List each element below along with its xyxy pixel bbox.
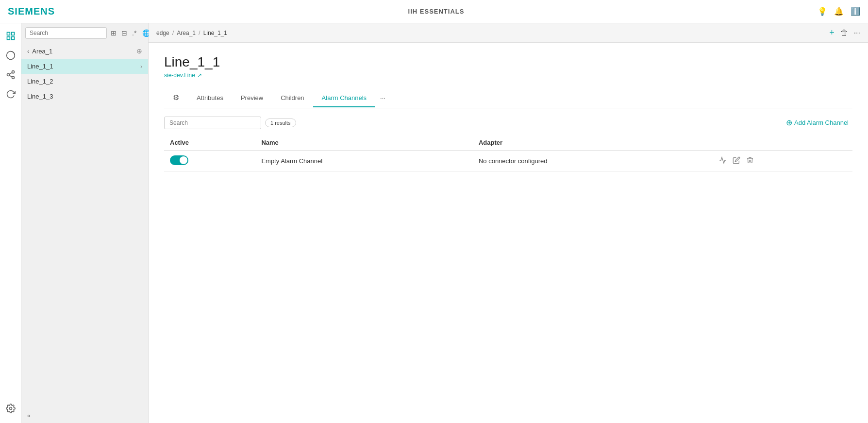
tab-attributes-label: Attributes — [197, 94, 223, 102]
edit-icon[interactable] — [733, 156, 740, 166]
chevron-right-icon: › — [140, 63, 142, 70]
sidebar-item-area1[interactable]: ‹ Area_1 ⊕ — [21, 43, 148, 59]
nav-share-icon[interactable] — [2, 66, 19, 84]
sidebar-parent-label: Area_1 — [32, 48, 134, 55]
external-link-icon: ↗ — [197, 72, 202, 79]
svg-point-7 — [12, 76, 14, 79]
sidebar-search-icons: ⊞ ⊟ .* — [109, 28, 138, 38]
nav-settings-icon[interactable] — [2, 400, 19, 417]
breadcrumb-actions: + 🗑 ··· — [829, 28, 860, 38]
breadcrumb-bar: edge / Area_1 / Line_1_1 + 🗑 ··· — [149, 23, 868, 43]
nav-refresh-icon[interactable] — [2, 85, 19, 103]
tabs: ⚙ Attributes Preview Children Alarm Chan… — [164, 88, 852, 108]
delete-breadcrumb-icon[interactable]: 🗑 — [840, 29, 848, 37]
page-title: Line_1_1 — [164, 54, 852, 70]
back-chevron-icon: ‹ — [27, 48, 29, 55]
filter-icon[interactable]: ⊞ — [109, 28, 118, 38]
info-icon[interactable]: ℹ️ — [851, 7, 860, 16]
results-badge: 1 results — [265, 118, 296, 127]
delete-icon[interactable] — [746, 156, 754, 166]
add-icon[interactable]: ⊕ — [136, 47, 142, 55]
sidebar-footer[interactable]: « — [21, 408, 148, 423]
add-alarm-channel-button[interactable]: ⊕ Add Alarm Channel — [782, 116, 852, 129]
tab-alarm-channels-label: Alarm Channels — [322, 94, 367, 102]
breadcrumb-edge[interactable]: edge — [156, 30, 169, 36]
sidebar-collapse-icon: « — [27, 412, 31, 419]
tab-children-label: Children — [281, 94, 304, 102]
sidebar-item-label-line13: Line_1_3 — [27, 93, 142, 100]
tab-more[interactable]: ··· — [375, 90, 390, 106]
sidebar-item-line11[interactable]: Line_1_1 › — [21, 59, 148, 74]
row-active-cell — [164, 151, 255, 172]
row-name: Empty Alarm Channel — [261, 157, 322, 165]
table-search-input[interactable] — [164, 117, 261, 129]
lightbulb-icon[interactable]: 💡 — [818, 7, 827, 16]
sidebar-items: ‹ Area_1 ⊕ Line_1_1 › Line_1_2 Line_1_3 — [21, 43, 148, 408]
row-adapter: No connector configured — [479, 157, 548, 165]
col-actions — [713, 135, 852, 151]
breadcrumb-area1[interactable]: Area_1 — [177, 30, 196, 36]
more-breadcrumb-icon[interactable]: ··· — [854, 29, 860, 37]
main-layout: ⊞ ⊟ .* 🌐 ‹ Area_1 ⊕ Line_1_1 › Line_1_2 — [0, 23, 868, 423]
breadcrumb-sep-2: / — [199, 29, 200, 36]
breadcrumb-sep-1: / — [172, 29, 174, 36]
row-adapter-cell: No connector configured — [473, 151, 713, 172]
gear-icon: ⚙ — [173, 93, 179, 102]
svg-rect-2 — [7, 37, 10, 40]
tab-children[interactable]: Children — [272, 89, 313, 107]
tab-more-label: ··· — [380, 94, 385, 102]
table-controls: 1 results ⊕ Add Alarm Channel — [164, 116, 852, 129]
svg-point-6 — [7, 74, 9, 76]
add-alarm-channel-icon: ⊕ — [786, 118, 792, 127]
svg-rect-3 — [11, 37, 14, 40]
topbar-icons: 💡 🔔 ℹ️ — [818, 7, 860, 16]
toggle-slider — [170, 155, 188, 165]
col-active: Active — [164, 135, 255, 151]
page-content: Line_1_1 sie-dev.Line ↗ ⚙ Attributes Pre… — [149, 43, 868, 423]
active-toggle[interactable] — [170, 155, 188, 165]
tab-preview-label: Preview — [241, 94, 263, 102]
row-actions — [719, 156, 847, 166]
svg-line-9 — [9, 72, 12, 74]
tab-attributes[interactable]: Attributes — [188, 89, 232, 107]
sidebar-item-line12[interactable]: Line_1_2 — [21, 74, 148, 89]
table-search-wrap: 1 results — [164, 117, 296, 129]
alarm-channels-table: Active Name Adapter — [164, 135, 852, 172]
breadcrumb: edge / Area_1 / Line_1_1 — [156, 29, 227, 36]
table-header: Active Name Adapter — [164, 135, 852, 151]
icon-rail — [0, 23, 21, 423]
sidebar: ⊞ ⊟ .* 🌐 ‹ Area_1 ⊕ Line_1_1 › Line_1_2 — [21, 23, 149, 423]
nav-analytics-icon[interactable] — [2, 47, 19, 64]
page-subtitle[interactable]: sie-dev.Line ↗ — [164, 72, 852, 79]
table-body: Empty Alarm Channel No connector configu… — [164, 151, 852, 172]
topbar: SIEMENS IIH ESSENTIALS 💡 🔔 ℹ️ — [0, 0, 868, 23]
chart-icon[interactable] — [719, 156, 727, 166]
svg-line-8 — [9, 75, 12, 77]
nav-home-icon[interactable] — [2, 27, 19, 45]
sidebar-item-label-line11: Line_1_1 — [27, 63, 140, 70]
row-actions-cell — [713, 151, 852, 172]
col-name: Name — [255, 135, 473, 151]
table-row: Empty Alarm Channel No connector configu… — [164, 151, 852, 172]
sidebar-item-label-line12: Line_1_2 — [27, 78, 142, 85]
svg-rect-1 — [11, 33, 14, 35]
svg-point-10 — [9, 407, 12, 410]
tab-preview[interactable]: Preview — [232, 89, 272, 107]
svg-point-5 — [12, 71, 14, 73]
app-title: IIH ESSENTIALS — [408, 8, 465, 15]
bell-icon[interactable]: 🔔 — [834, 7, 844, 16]
sidebar-search-bar: ⊞ ⊟ .* 🌐 — [21, 23, 148, 43]
regex-icon[interactable]: .* — [130, 28, 138, 38]
tab-settings[interactable]: ⚙ — [164, 88, 188, 108]
add-breadcrumb-icon[interactable]: + — [829, 28, 835, 38]
col-adapter: Adapter — [473, 135, 713, 151]
sidebar-item-line13[interactable]: Line_1_3 — [21, 89, 148, 104]
breadcrumb-line11: Line_1_1 — [203, 30, 227, 36]
svg-rect-0 — [7, 33, 10, 35]
expand-icon[interactable]: ⊟ — [119, 28, 129, 38]
sidebar-search-input[interactable] — [25, 27, 107, 39]
add-alarm-channel-label: Add Alarm Channel — [794, 119, 849, 126]
tab-alarm-channels[interactable]: Alarm Channels — [313, 89, 376, 107]
content-area: edge / Area_1 / Line_1_1 + 🗑 ··· Line_1_… — [149, 23, 868, 423]
subtitle-text: sie-dev.Line — [164, 72, 195, 79]
